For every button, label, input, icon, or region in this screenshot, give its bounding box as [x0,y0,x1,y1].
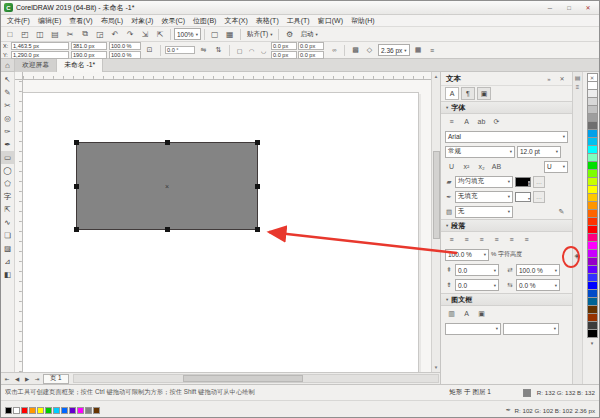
frame-valign-combo[interactable]: ▾ [503,323,559,335]
font-case-icon[interactable]: ab [475,115,488,128]
menu-table[interactable]: 表格(T) [252,15,283,27]
selection-handle[interactable] [74,227,79,232]
font-list-icon[interactable]: ≡ [445,115,458,128]
new-button[interactable]: □ [3,28,17,41]
paragraph-mode-tab[interactable]: ¶ [461,87,475,100]
paragraph-section-header[interactable]: ▾ 段落 [441,219,572,232]
transparency-tool[interactable]: ▨ [1,242,14,255]
align-justify-button[interactable]: ≡ [505,233,518,246]
options-gear-icon[interactable]: ⚙ [282,28,296,41]
pick-tool[interactable]: ↖ [1,73,14,86]
minimize-button[interactable]: ─ [542,2,558,13]
print-button[interactable]: ▤ [48,28,62,41]
paste-button[interactable]: ◲ [93,28,107,41]
caps-button[interactable]: AB [490,160,503,173]
snap-to-menu[interactable]: 贴齐(T)▾ [244,28,276,41]
quick-customize-icon[interactable]: ◈ [572,252,582,260]
menu-effects[interactable]: 效果(C) [157,15,189,27]
import-button[interactable]: ⇲ [138,28,152,41]
ruler-origin-corner[interactable] [15,72,23,80]
scrollbar-thumb[interactable] [183,375,303,382]
palette-scroll-icon[interactable]: ▾ [591,340,594,346]
dimension-tool[interactable]: ⇱ [1,203,14,216]
save-button[interactable]: ◫ [33,28,47,41]
superscript-button[interactable]: x² [460,160,473,173]
last-page-button[interactable]: ⇥ [32,374,42,384]
underline-style-combo[interactable]: U ▾ [544,161,568,173]
menu-tools[interactable]: 工具(T) [283,15,314,27]
text-outline-combo[interactable]: 无填充 ▾ [455,191,513,203]
zoom-tool[interactable]: ◎ [1,112,14,125]
selection-handle[interactable] [74,184,79,189]
y-position-field[interactable]: 1,290.0 px [11,51,69,59]
home-icon[interactable]: ⌂ [1,59,15,72]
horizontal-ruler[interactable] [23,72,431,80]
undo-button[interactable]: ↶ [108,28,122,41]
document-palette-color[interactable] [85,407,92,414]
tab-untitled-document[interactable]: 未命名 -1* [57,59,103,72]
frame-columns-combo[interactable]: ▾ [445,323,501,335]
fullscreen-preview-button[interactable]: ▢ [208,28,222,41]
selected-rectangle-object[interactable]: × [76,142,258,230]
document-palette-color[interactable] [5,407,12,414]
eyedropper-tool[interactable]: ⊿ [1,255,14,268]
document-palette-color[interactable] [29,407,36,414]
more-options-button[interactable]: ≡ [426,44,439,57]
frame-fill-icon[interactable]: A [460,307,473,320]
artistic-media-tool[interactable]: ✒ [1,138,14,151]
font-style-combo[interactable]: 常规 ▾ [445,146,515,158]
font-refresh-icon[interactable]: ⟳ [490,115,503,128]
horizontal-scrollbar[interactable] [73,374,439,383]
outline-settings-button[interactable]: … [533,191,545,203]
columns-icon[interactable]: ▥ [445,307,458,320]
menu-help[interactable]: 帮助(H) [347,15,379,27]
polygon-tool[interactable]: ⬠ [1,177,14,190]
palette-color[interactable] [587,329,598,338]
selection-handle[interactable] [255,227,260,232]
selection-handle[interactable] [165,227,170,232]
docker-close-icon[interactable]: ✕ [557,75,567,82]
align-none-button[interactable]: ≡ [445,233,458,246]
page-tab[interactable]: 页 1 [43,374,69,384]
document-palette-color[interactable] [45,407,52,414]
wrap-text-button[interactable]: ▩ [349,44,362,57]
drawing-canvas[interactable]: × [23,80,431,372]
align-force-button[interactable]: ≡ [520,233,533,246]
docker-tab-properties[interactable]: ▤ [575,74,581,81]
scale-width-field[interactable]: 100.0 % [109,42,141,50]
next-page-button[interactable]: ▶ [22,374,32,384]
font-family-combo[interactable]: Arial ▾ [445,131,568,143]
vertical-ruler[interactable] [15,80,23,372]
subscript-button[interactable]: x₂ [475,160,488,173]
underline-button[interactable]: U [445,160,458,173]
document-palette-color[interactable] [21,407,28,414]
text-tool[interactable]: 字 [1,190,14,203]
character-mode-tab[interactable]: A [445,87,459,100]
selection-handle[interactable] [74,140,79,145]
menu-view[interactable]: 查看(V) [65,15,96,27]
copy-button[interactable]: ⧉ [78,28,92,41]
rectangle-tool[interactable]: ▭ [1,151,14,164]
corner-radius-field[interactable]: 0.0 px [298,42,324,50]
scale-height-field[interactable]: 100.0 % [109,51,141,59]
first-page-button[interactable]: ⇤ [2,374,12,384]
interactive-fill-tool[interactable]: ◧ [1,268,14,281]
crop-tool[interactable]: ✂ [1,99,14,112]
connector-tool[interactable]: ∿ [1,216,14,229]
align-left-button[interactable]: ≡ [460,233,473,246]
docker-tab-objects[interactable]: ≡ [576,84,580,90]
convert-to-curves-button[interactable]: ◇ [363,44,376,57]
x-position-field[interactable]: 1,463.5 px [11,42,69,50]
round-corner-button[interactable]: ▢ [234,45,245,56]
export-button[interactable]: ⇱ [153,28,167,41]
show-grid-button[interactable]: ▦ [223,28,237,41]
document-palette-color[interactable] [53,407,60,414]
menu-file[interactable]: 文件(F) [3,15,34,27]
fill-color-swatch[interactable]: ▾ [515,177,531,187]
font-section-header[interactable]: ▾ 字体 [441,101,572,114]
corner-radius-field[interactable]: 0.0 px [298,51,324,59]
document-palette-color[interactable] [13,407,20,414]
open-button[interactable]: ◰ [18,28,32,41]
selection-handle[interactable] [255,184,260,189]
rotation-angle-field[interactable]: 0.0 ° [165,46,195,54]
